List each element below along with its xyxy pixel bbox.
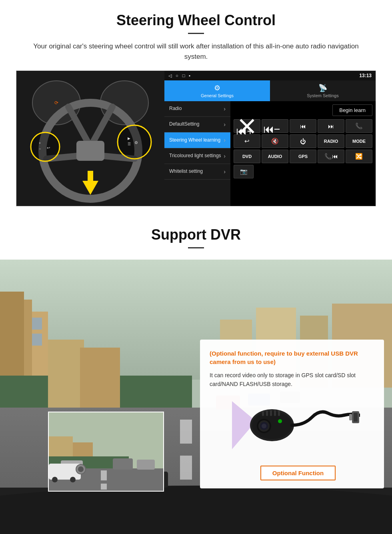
steering-photo: ⟳ + − ↩ ▶ (16, 71, 164, 206)
menu-arrow-tricoloured: › (224, 152, 226, 160)
svg-point-64 (262, 424, 266, 428)
dvr-camera-illustration (210, 395, 374, 459)
menu-item-defaultsetting[interactable]: DefaultSetting › (164, 117, 230, 132)
dvd-btn[interactable]: DVD (234, 150, 260, 163)
camera-btn[interactable]: 📷 (234, 165, 254, 178)
menu-item-tricoloured[interactable]: Tricoloured light settings › (164, 148, 230, 164)
dvr-description: It can record video only to storage in G… (210, 371, 374, 389)
title-divider (188, 33, 204, 34)
svg-rect-67 (354, 413, 358, 422)
svg-rect-50 (48, 340, 84, 408)
svg-rect-56 (262, 411, 264, 416)
svg-rect-30 (32, 334, 42, 346)
svg-point-83 (70, 477, 76, 482)
svg-rect-41 (180, 420, 192, 444)
svg-rect-51 (80, 348, 120, 408)
shuffle-next-btn[interactable]: 🔀 (346, 150, 372, 163)
tab-system-label: System Settings (307, 93, 338, 98)
tab-general-label: General Settings (201, 93, 234, 98)
next-icon: ⏭ (328, 123, 334, 130)
power-icon: ⏻ (300, 138, 306, 145)
dvr-title-divider (188, 247, 204, 248)
android-statusbar: ◁ ○ □ ▪ 13:13 (164, 71, 376, 80)
mute-icon: 🔇 (271, 138, 279, 145)
call-btn[interactable]: 📞 (346, 119, 372, 133)
dvr-inset-screenshot (48, 412, 164, 492)
menu-item-steering-wheel-learning[interactable]: Steering Wheel learning › (164, 132, 230, 148)
svg-text:↩: ↩ (47, 146, 50, 150)
gps-btn[interactable]: GPS (290, 150, 316, 163)
menu-arrow-radio: › (224, 105, 226, 112)
settings-menu: Radio › DefaultSetting › Steering Wheel … (164, 101, 230, 206)
svg-text:⟳: ⟳ (54, 100, 58, 106)
svg-text:−: − (39, 147, 41, 151)
system-settings-icon: 📡 (318, 84, 327, 92)
svg-rect-80 (137, 460, 155, 470)
svg-rect-59 (274, 410, 276, 416)
call-prev-btn[interactable]: 📞⏮ (318, 150, 344, 163)
svg-rect-68 (349, 414, 352, 420)
begin-learn-button[interactable]: Begin learn (332, 104, 372, 116)
dvr-title: Support DVR (16, 226, 376, 243)
home-icon: ○ (176, 73, 178, 78)
svg-rect-74 (101, 470, 107, 480)
back-btn[interactable]: ↩ (234, 134, 260, 148)
svg-text:+: + (39, 141, 41, 145)
menu-item-whitelist[interactable]: Whitelist setting › (164, 164, 230, 180)
menu-arrow-defaultsetting: › (224, 121, 226, 128)
audio-label: AUDIO (268, 154, 282, 159)
dvr-optional-text: (Optional function, require to buy exter… (210, 349, 374, 366)
dvr-camera-svg (224, 397, 360, 457)
vol-down-btn[interactable]: ⏮− (262, 119, 288, 133)
steering-title: Steering Wheel Control (16, 12, 376, 29)
svg-rect-75 (101, 484, 107, 490)
menu-arrow-steering: › (224, 136, 226, 144)
svg-rect-42 (180, 456, 192, 480)
optional-function-btn-container: Optional Function (210, 466, 374, 480)
vol-up-btn[interactable]: ⏮+ (234, 119, 260, 133)
svg-text:⚙: ⚙ (134, 140, 138, 145)
prev-btn[interactable]: ⏮ (290, 119, 316, 133)
call-icon: 📞 (355, 122, 363, 130)
dvr-section: Support DVR (0, 214, 392, 534)
svg-rect-19 (88, 171, 93, 183)
steering-section: Steering Wheel Control Your original car… (0, 0, 392, 214)
svg-point-10 (31, 132, 60, 161)
menu-item-defaultsetting-label: DefaultSetting (169, 121, 199, 128)
audio-btn[interactable]: AUDIO (262, 150, 288, 163)
tab-general-settings[interactable]: ⚙ General Settings (164, 80, 270, 101)
back-call-icon: ↩ (244, 138, 250, 145)
svg-rect-60 (278, 410, 280, 416)
menu-item-tricoloured-label: Tricoloured light settings (169, 153, 221, 159)
radio-btn[interactable]: RADIO (318, 134, 344, 148)
svg-text:⏮−: ⏮− (263, 122, 280, 135)
optional-function-button[interactable]: Optional Function (260, 466, 336, 480)
menu-item-whitelist-label: Whitelist setting (169, 168, 203, 175)
dvr-background-photo: (Optional function, require to buy exter… (0, 260, 392, 534)
svg-text:▶: ▶ (128, 136, 130, 140)
power-btn[interactable]: ⏻ (290, 134, 316, 148)
steering-wheel-svg: ⟳ + − ↩ ▶ (16, 71, 164, 206)
svg-rect-58 (270, 410, 272, 416)
svg-text:☰: ☰ (128, 142, 131, 146)
dvd-label: DVD (242, 154, 252, 159)
menu-item-radio[interactable]: Radio › (164, 101, 230, 117)
radio-label: RADIO (324, 139, 338, 144)
dvr-info-card: (Optional function, require to buy exter… (200, 340, 384, 488)
tab-system-settings[interactable]: 📡 System Settings (270, 80, 376, 101)
gps-label: GPS (298, 154, 308, 159)
recents-icon: □ (182, 73, 185, 78)
steering-ui-wrapper: ⟳ + − ↩ ▶ (16, 70, 376, 206)
dvr-title-area: Support DVR (0, 214, 392, 260)
mute-btn[interactable]: 🔇 (262, 134, 288, 148)
statusbar-nav-icons: ◁ ○ □ ▪ (168, 73, 190, 78)
menu-item-steering-label: Steering Wheel learning (169, 137, 220, 144)
next-btn[interactable]: ⏭ (318, 119, 344, 133)
control-buttons-row2: ↩ 🔇 ⏻ RADIO MODE (234, 134, 372, 148)
mode-btn[interactable]: MODE (346, 134, 372, 148)
shuffle-next-icon: 🔀 (355, 153, 363, 160)
android-ui-panel: ◁ ○ □ ▪ 13:13 ⚙ General Settings 📡 Syste… (164, 71, 376, 206)
svg-point-65 (278, 419, 282, 423)
call-prev-icon: 📞⏮ (324, 153, 338, 160)
menu-arrow-whitelist: › (224, 168, 226, 175)
